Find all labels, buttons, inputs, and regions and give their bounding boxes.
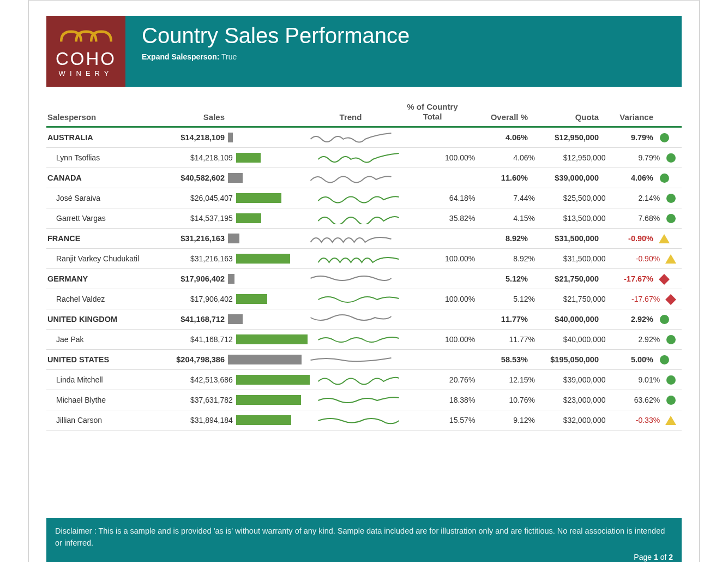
row-overall-pct: 4.06% bbox=[475, 153, 535, 162]
sparkline-icon bbox=[316, 152, 401, 164]
row-variance: 7.68% bbox=[605, 214, 660, 223]
col-header-variance[interactable]: Variance bbox=[599, 112, 653, 122]
sparkline-icon bbox=[316, 333, 401, 345]
row-quota: $13,500,000 bbox=[535, 214, 606, 223]
row-name: Lynn Tsoflias bbox=[46, 153, 170, 162]
row-trend bbox=[312, 192, 404, 204]
status-red-icon bbox=[665, 294, 676, 305]
report-page: COHO WINERY Country Sales Performance Ex… bbox=[28, 0, 700, 562]
sparkline-icon bbox=[309, 131, 393, 144]
row-pct-country: 100.00% bbox=[405, 295, 476, 303]
row-name: Garrett Vargas bbox=[46, 214, 170, 223]
row-quota: $39,000,000 bbox=[528, 174, 599, 182]
status-yellow-icon bbox=[665, 416, 676, 425]
row-bar bbox=[225, 314, 304, 324]
row-overall-pct: 12.15% bbox=[475, 375, 535, 384]
col-header-salesperson[interactable]: Salesperson bbox=[46, 112, 162, 122]
row-name: CANADA bbox=[46, 174, 162, 182]
row-quota: $32,000,000 bbox=[535, 416, 606, 425]
row-status-indicator bbox=[653, 234, 675, 243]
row-overall-pct: 8.92% bbox=[475, 254, 535, 263]
sparkline-icon bbox=[316, 394, 401, 406]
col-header-pct-country[interactable]: % of Country Total bbox=[397, 102, 468, 122]
status-green-icon bbox=[666, 396, 676, 405]
col-header-quota[interactable]: Quota bbox=[528, 112, 599, 122]
row-bar bbox=[225, 234, 304, 243]
status-yellow-icon bbox=[659, 234, 670, 243]
status-red-icon bbox=[659, 274, 670, 285]
row-bar bbox=[225, 133, 304, 142]
row-overall-pct: 11.60% bbox=[468, 174, 528, 182]
col-header-trend[interactable]: Trend bbox=[304, 112, 397, 122]
page-label: Page bbox=[634, 553, 652, 561]
row-sales: $204,798,386 bbox=[162, 355, 225, 364]
salesperson-row: Jillian Carson$31,894,18415.57%9.12%$32,… bbox=[46, 410, 682, 431]
row-variance: 2.92% bbox=[599, 315, 653, 324]
country-row[interactable]: UNITED STATES$204,798,38658.53%$195,050,… bbox=[46, 350, 682, 370]
row-bar bbox=[233, 375, 312, 385]
sparkline-icon bbox=[316, 414, 401, 426]
sparkline-icon bbox=[316, 374, 401, 386]
row-name: AUSTRALIA bbox=[46, 133, 162, 142]
country-row[interactable]: CANADA$40,582,60211.60%$39,000,0004.06% bbox=[46, 168, 682, 188]
row-status-indicator bbox=[660, 254, 682, 264]
row-pct-country: 64.18% bbox=[405, 194, 476, 202]
row-status-indicator bbox=[660, 295, 682, 303]
row-pct-country: 15.57% bbox=[405, 416, 476, 425]
row-bar bbox=[233, 193, 312, 203]
row-quota: $195,050,000 bbox=[528, 355, 599, 364]
row-pct-country: 100.00% bbox=[405, 153, 476, 162]
row-sales: $17,906,402 bbox=[170, 295, 233, 303]
table-body: AUSTRALIA$14,218,1094.06%$12,950,0009.79… bbox=[46, 128, 682, 431]
row-status-indicator bbox=[653, 355, 675, 364]
row-variance: 9.79% bbox=[599, 133, 653, 142]
row-name: José Saraiva bbox=[46, 194, 170, 202]
row-sales: $17,906,402 bbox=[162, 274, 225, 283]
row-bar bbox=[225, 274, 304, 284]
country-row[interactable]: AUSTRALIA$14,218,1094.06%$12,950,0009.79… bbox=[46, 128, 682, 148]
country-row[interactable]: UNITED KINGDOM$41,168,71211.77%$40,000,0… bbox=[46, 309, 682, 330]
row-pct-country: 100.00% bbox=[405, 335, 476, 344]
row-bar bbox=[233, 153, 312, 163]
sparkline-icon bbox=[309, 172, 393, 184]
filter-value: True bbox=[221, 52, 237, 61]
row-bar bbox=[233, 395, 312, 405]
country-row[interactable]: FRANCE$31,216,1638.92%$31,500,000-0.90% bbox=[46, 229, 682, 249]
row-variance: -0.90% bbox=[599, 234, 653, 243]
row-trend bbox=[304, 273, 397, 285]
row-name: Linda Mitchell bbox=[46, 375, 170, 384]
brand-logo: COHO WINERY bbox=[46, 16, 125, 87]
row-variance: 2.14% bbox=[605, 194, 660, 202]
row-name: UNITED KINGDOM bbox=[46, 315, 162, 324]
row-status-indicator bbox=[660, 193, 682, 203]
row-sales: $31,216,163 bbox=[162, 234, 225, 243]
sparkline-icon bbox=[309, 273, 393, 285]
row-variance: -0.33% bbox=[605, 416, 660, 425]
row-bar bbox=[233, 254, 312, 264]
salesperson-row: Linda Mitchell$42,513,68620.76%12.15%$39… bbox=[46, 370, 682, 390]
row-pct-country: 20.76% bbox=[405, 375, 476, 384]
sparkline-icon bbox=[309, 232, 393, 244]
row-status-indicator bbox=[660, 395, 682, 405]
row-trend bbox=[312, 253, 404, 265]
row-trend bbox=[312, 394, 404, 406]
row-trend bbox=[312, 212, 404, 224]
row-trend bbox=[312, 333, 404, 345]
row-trend bbox=[312, 414, 404, 426]
row-pct-country: 35.82% bbox=[405, 214, 476, 223]
page-title: Country Sales Performance bbox=[142, 23, 410, 48]
row-quota: $40,000,000 bbox=[535, 335, 606, 344]
row-quota: $39,000,000 bbox=[535, 375, 606, 384]
row-variance: 9.01% bbox=[605, 375, 660, 384]
row-sales: $41,168,712 bbox=[162, 315, 225, 324]
header-text: Country Sales Performance Expand Salespe… bbox=[142, 16, 410, 61]
row-status-indicator bbox=[660, 153, 682, 163]
sparkline-icon bbox=[316, 212, 401, 224]
row-overall-pct: 7.44% bbox=[475, 194, 535, 202]
row-trend bbox=[304, 313, 397, 325]
country-row[interactable]: GERMANY$17,906,4025.12%$21,750,000-17.67… bbox=[46, 269, 682, 289]
row-sales: $31,216,163 bbox=[170, 254, 233, 263]
row-overall-pct: 4.15% bbox=[475, 214, 535, 223]
col-header-sales[interactable]: Sales bbox=[162, 112, 225, 122]
col-header-overall[interactable]: Overall % bbox=[468, 112, 528, 122]
